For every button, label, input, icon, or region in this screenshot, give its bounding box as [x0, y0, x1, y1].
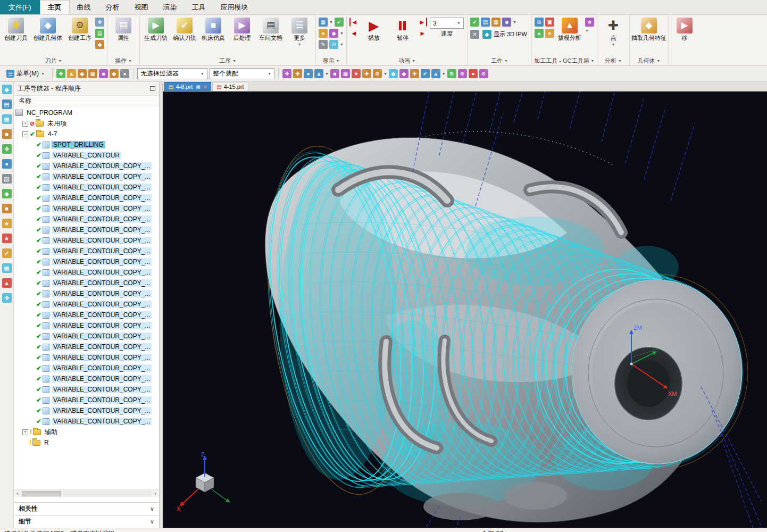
overlay-display-icon[interactable]: ◆ — [329, 29, 338, 38]
ribbon-group-label-display[interactable]: 显示▼ — [318, 56, 345, 65]
dependencies-section-header[interactable]: 相关性 ∨ — [14, 502, 159, 515]
navigator-column-header[interactable]: 名称 — [14, 96, 159, 106]
datum-plane-snap-icon[interactable]: ◆ — [110, 69, 119, 78]
navigator-horizontal-scrollbar[interactable]: ‹ › — [14, 489, 159, 497]
tree-row-30[interactable]: +!辅助 — [14, 427, 159, 437]
tree-row-7[interactable]: ✔VARIABLE_CONTOUR_COPY_... — [14, 182, 159, 193]
gc-tool-dropdown-icon[interactable]: ▼ — [585, 29, 594, 32]
hd3d-tools-icon[interactable]: ◆ — [2, 189, 12, 198]
insert-mini-icon-1[interactable]: ✚ — [95, 18, 104, 27]
expand-icon[interactable]: + — [22, 121, 28, 127]
shaded-style-icon[interactable]: ✚ — [410, 69, 419, 78]
ribbon-group-label-operate[interactable]: 操作▼ — [109, 56, 138, 65]
3d-viewport-scene[interactable]: ZMXMZX — [163, 92, 767, 528]
overlay-display-dropdown-icon[interactable]: ▼ — [340, 31, 344, 35]
menu-tab-6[interactable]: 工具 — [185, 0, 213, 14]
ribbon-group-label-operation[interactable]: 工序▼ — [141, 56, 314, 65]
derived-vector-icon[interactable]: ✚ — [282, 69, 291, 78]
tree-row-14[interactable]: ✔VARIABLE_CONTOUR_COPY_... — [14, 256, 159, 267]
section-display-dropdown-icon[interactable]: ▼ — [340, 43, 344, 46]
tree-row-9[interactable]: ✔VARIABLE_CONTOUR_COPY_... — [14, 203, 159, 214]
ipw-display-icon[interactable]: ● — [319, 29, 328, 38]
tree-row-0[interactable]: NC_PROGRAM — [14, 107, 159, 118]
touch-mode-icon[interactable]: ✚ — [2, 293, 12, 303]
tree-row-31[interactable]: !R — [14, 437, 159, 448]
menu-tab-2[interactable]: 曲线 — [70, 0, 98, 14]
edit-section-dropdown-icon[interactable]: ▼ — [442, 72, 446, 76]
details-section-header[interactable]: 细节 ∨ — [14, 515, 159, 528]
menu-button[interactable]: ☰ 菜单(M) ▼ — [3, 68, 48, 79]
insert-mini-icon-2[interactable]: ▤ — [95, 29, 104, 38]
tree-row-12[interactable]: ✔VARIABLE_CONTOUR_COPY_... — [14, 235, 159, 246]
datum-plane-icon[interactable]: ● — [304, 69, 313, 78]
tree-row-26[interactable]: ✔VARIABLE_CONTOUR_COPY_... — [14, 384, 159, 395]
point-button[interactable]: ✚ 点 ▼ — [599, 15, 628, 47]
graphics-window[interactable]: ZMXMZX — [163, 92, 767, 528]
tree-row-17[interactable]: ✔VARIABLE_CONTOUR_COPY_... — [14, 288, 159, 299]
pan-view-icon[interactable]: ⚙ — [373, 69, 382, 78]
ribbon-group-label-gc-toolbox[interactable]: 加工工具 - GC工具箱▼ — [533, 56, 595, 65]
history-icon[interactable]: ★ — [2, 219, 12, 228]
ipw-level-icon[interactable]: ▦ — [491, 18, 501, 27]
play-button[interactable]: ▶ 播放 — [360, 15, 388, 41]
tree-row-16[interactable]: ✔VARIABLE_CONTOUR_COPY_... — [14, 278, 159, 288]
speed-combo[interactable]: 3 ▼ — [430, 18, 464, 29]
web-browser-icon[interactable]: ■ — [2, 204, 12, 213]
system-materials-icon[interactable]: ▲ — [2, 278, 12, 288]
intersection-snap-icon[interactable]: ● — [120, 69, 129, 78]
show-3d-ipw-button[interactable]: ◆ 显示 3D IPW — [481, 29, 529, 40]
ribbon-group-label-insert[interactable]: 刀片▼ — [2, 56, 105, 65]
process-studio-icon[interactable]: ★ — [2, 234, 12, 243]
create-geometry-button[interactable]: ◆ 创建几何体 — [30, 15, 65, 41]
insert-mini-icon-3[interactable]: ◆ — [95, 40, 104, 49]
menu-tab-7[interactable]: 应用模块 — [213, 0, 256, 14]
create-operation-button[interactable]: ⚙ 创建工序 — [65, 15, 94, 41]
tree-row-27[interactable]: ✔VARIABLE_CONTOUR_COPY_... — [14, 395, 159, 405]
generate-toolpath-button[interactable]: ▶ 生成刀轨 — [141, 15, 170, 41]
tree-row-2[interactable]: −✔4-7 — [14, 129, 159, 139]
clear-display-icon[interactable]: ✎ — [319, 40, 328, 49]
menu-tab-3[interactable]: 分析 — [98, 0, 127, 14]
gc-tool-icon-2[interactable]: ▣ — [545, 18, 554, 27]
highlight-toggle-icon[interactable]: ▦ — [88, 69, 97, 78]
point-dialog-icon[interactable]: ✚ — [293, 69, 302, 78]
camera-icon[interactable]: ⚙ — [447, 69, 456, 78]
part-navigator-icon[interactable]: ■ — [2, 129, 12, 139]
show-hide-dropdown-icon[interactable]: ▼ — [325, 72, 329, 76]
move-object-button[interactable]: ▶ 移 — [670, 15, 699, 41]
save-ipw-icon[interactable]: ▤ — [481, 18, 490, 27]
program-view-icon[interactable]: ▦ — [319, 18, 328, 27]
fast-forward-icon[interactable]: ▶ — [418, 29, 427, 38]
material-render-icon[interactable]: ● — [469, 69, 478, 78]
tree-row-20[interactable]: ✔VARIABLE_CONTOUR_COPY_... — [14, 320, 159, 331]
collapse-icon[interactable]: − — [22, 131, 28, 137]
tree-row-23[interactable]: ✔VARIABLE_CONTOUR_COPY_... — [14, 352, 159, 363]
ribbon-group-label-animation[interactable]: 动画▼ — [348, 56, 465, 65]
tree-row-4[interactable]: ✔VARIABLE_CONTOUR — [14, 150, 159, 161]
scroll-right-icon[interactable]: › — [152, 491, 159, 496]
panel-pin-icon[interactable] — [150, 86, 155, 91]
tree-row-25[interactable]: ✔VARIABLE_CONTOUR_COPY_... — [14, 373, 159, 384]
select-lasso-icon[interactable]: ◆ — [78, 69, 87, 78]
scene-effects-icon[interactable]: ⚙ — [458, 69, 467, 78]
viewport-tab-1[interactable]: ▤4-8.prt▣× — [164, 82, 211, 91]
tree-row-3[interactable]: ✔SPOT_DRILLING — [14, 139, 159, 150]
scrollbar-thumb[interactable] — [22, 491, 61, 496]
tree-row-21[interactable]: ✔VARIABLE_CONTOUR_COPY_... — [14, 331, 159, 342]
gc-tool-icon-5[interactable]: ★ — [585, 18, 594, 27]
more-button[interactable]: ☰ 更多 ▼ — [285, 15, 314, 47]
program-view-dropdown-icon[interactable]: ▼ — [329, 20, 333, 24]
reuse-library-icon[interactable]: ▤ — [2, 174, 12, 184]
rotate-view-icon[interactable]: ✚ — [362, 69, 371, 78]
menu-tab-5[interactable]: 渲染 — [156, 0, 185, 14]
verify-toolpath-button[interactable]: ✔ 确认刀轨 — [170, 15, 199, 41]
edit-section-icon[interactable]: ▲ — [431, 69, 440, 78]
tree-row-6[interactable]: ✔VARIABLE_CONTOUR_COPY_... — [14, 171, 159, 182]
tab-close-icon[interactable]: × — [204, 84, 207, 90]
ribbon-group-label-geometry[interactable]: 几何体▼ — [631, 56, 666, 65]
tree-row-19[interactable]: ✔VARIABLE_CONTOUR_COPY_... — [14, 310, 159, 320]
zoom-view-icon[interactable]: ◆ — [389, 69, 398, 78]
ipw-delete-icon[interactable]: ✕ — [470, 30, 479, 39]
ipw-compare-dropdown-icon[interactable]: ▼ — [513, 20, 516, 24]
machine-tool-navigator-icon[interactable]: ● — [2, 159, 12, 169]
